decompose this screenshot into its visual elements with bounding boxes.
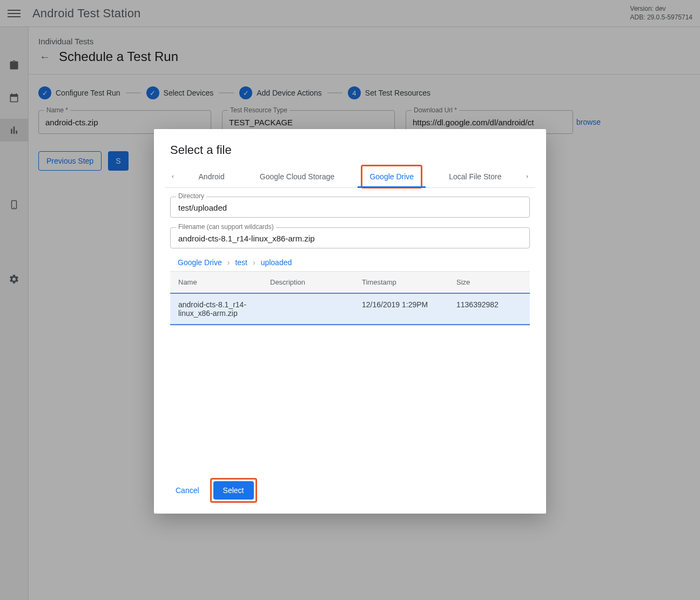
directory-field[interactable]: Directory (170, 197, 530, 218)
cancel-button[interactable]: Cancel (170, 482, 205, 499)
dialog-title: Select a file (170, 143, 530, 157)
file-table: Name Description Timestamp Size android-… (170, 271, 530, 326)
chevron-right-icon[interactable] (520, 166, 534, 187)
table-row[interactable]: android-cts-8.1_r14-linux_x86-arm.zip 12… (170, 293, 530, 325)
chevron-right-icon: › (227, 258, 230, 267)
crumb-folder-2[interactable]: uploaded (261, 258, 292, 267)
select-file-dialog: Select a file Android Google Cloud Stora… (154, 129, 546, 514)
crumb-root[interactable]: Google Drive (178, 258, 222, 267)
table-header: Name Description Timestamp Size (170, 272, 530, 293)
tab-android[interactable]: Android (191, 166, 232, 187)
crumb-folder-1[interactable]: test (235, 258, 247, 267)
tab-local-file-store[interactable]: Local File Store (441, 166, 509, 187)
select-button[interactable]: Select (213, 481, 254, 500)
directory-input[interactable] (177, 203, 523, 213)
tab-google-drive[interactable]: Google Drive (362, 166, 421, 187)
chevron-left-icon[interactable] (166, 166, 180, 187)
breadcrumb-path: Google Drive › test › uploaded (178, 258, 530, 267)
filename-field[interactable]: Filename (can support wildcards) (170, 227, 530, 248)
select-button-highlight: Select (210, 478, 257, 503)
filename-input[interactable] (177, 233, 523, 244)
chevron-right-icon: › (253, 258, 255, 267)
tab-google-cloud-storage[interactable]: Google Cloud Storage (252, 166, 342, 187)
tabs-row: Android Google Cloud Storage Google Driv… (165, 166, 535, 188)
